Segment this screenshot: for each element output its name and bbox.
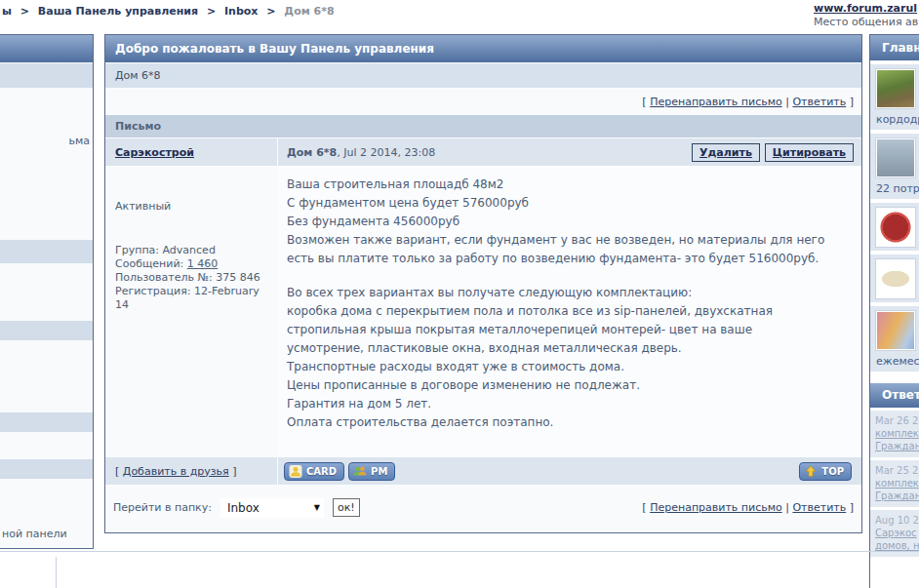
message-date: Дом 6*8, Jul 2 2014, 23:08: [287, 146, 687, 159]
reply-item: Aug 10 2 Сарэкос домов, н: [870, 510, 919, 557]
author-info-panel: Активный Группа: Advanced Сообщений: 1 4…: [105, 167, 277, 456]
breadcrumb-separator: >: [202, 5, 220, 18]
message-line: Оплата строительства делается поэтапно.: [287, 413, 832, 432]
reply-item: Mar 26 2 комплек Граждан: [870, 411, 919, 457]
message-line: Гарантия на дом 5 лет.: [287, 395, 832, 413]
sidebar-banner-item[interactable]: ежемеся: [870, 306, 919, 372]
reply-link-bottom[interactable]: Ответить: [792, 501, 846, 514]
left-sidebar-menu-item[interactable]: ьма: [68, 135, 90, 147]
left-sidebar: ьма ной панели: [0, 34, 94, 549]
left-sidebar-section-row: [0, 458, 93, 480]
left-sidebar-section-row: [0, 320, 93, 341]
profile-card-person-icon: [289, 465, 302, 478]
message-line: коробка дома с перекрытием пола и потолк…: [287, 302, 832, 358]
goto-folder-label: Перейти в папку:: [113, 501, 212, 514]
breadcrumb: ы > Ваша Панель управления > Inbox > Дом…: [2, 5, 335, 18]
banner-thumbnail-red-cluster[interactable]: [876, 208, 915, 247]
forward-letter-link-bottom[interactable]: Перенаправить письмо: [650, 501, 782, 514]
message-header-row: Сарэкострой Дом 6*8, Jul 2 2014, 23:08 У…: [105, 137, 861, 166]
bracket: [: [642, 501, 646, 514]
sidebar-replies-header: Ответь: [870, 383, 919, 408]
message-body-row: Активный Группа: Advanced Сообщений: 1 4…: [105, 166, 861, 456]
author-link[interactable]: Сарэкострой: [105, 146, 277, 159]
reply-topic-link[interactable]: комплек: [875, 427, 919, 440]
reply-topic-link[interactable]: комплек: [875, 477, 919, 490]
message-text: Ваша строительная площадб 48м2 С фундаме…: [278, 167, 861, 456]
folder-select[interactable]: Inbox ▼: [220, 498, 324, 518]
goto-folder-row: Перейти в папку: Inbox ▼ ок! [ Перенапра…: [105, 485, 861, 529]
bracket: ]: [850, 501, 854, 514]
pm-people-icon: [353, 465, 367, 478]
message-line: С фундаментом цена будет 576000руб: [287, 194, 832, 213]
panel-title: Добро пожаловать в Вашу Панель управлени…: [105, 35, 861, 62]
bracket: [: [642, 96, 646, 108]
left-sidebar-block: [0, 433, 93, 458]
pm-button-label: PM: [371, 466, 387, 477]
reply-forum-link[interactable]: Граждан: [875, 490, 919, 502]
message-line: Возможен также вариант, если фундамент у…: [287, 231, 832, 268]
bracket: [: [115, 465, 119, 478]
sidebar-banner-item[interactable]: кордодр: [870, 64, 919, 130]
up-arrow-icon: [804, 465, 818, 478]
banner-caption[interactable]: ежемеся: [876, 355, 919, 368]
banner-thumbnail-logo[interactable]: [876, 259, 915, 298]
message-line: Ваша строительная площадб 48м2: [287, 176, 832, 194]
breadcrumb-separator: >: [261, 5, 280, 18]
pm-button[interactable]: PM: [348, 462, 395, 481]
ok-button[interactable]: ок!: [333, 498, 360, 517]
banner-caption[interactable]: 22 потра: [876, 182, 919, 195]
quote-button[interactable]: Цитировать: [765, 143, 854, 162]
card-button-label: CARD: [306, 466, 337, 477]
reply-link[interactable]: Ответить: [792, 96, 846, 108]
message-footer-row: [ Добавить в друзья ] CARD PM: [105, 456, 861, 485]
page-divider-vertical: [56, 557, 57, 588]
author-group: Группа: Advanced: [115, 244, 269, 257]
sidebar-banner-item[interactable]: 22 потра: [870, 134, 919, 199]
left-sidebar-menu-item[interactable]: ной панели: [2, 528, 67, 540]
message-line: Во всех трех вариантах вы получате следу…: [287, 284, 832, 302]
author-status: Активный: [115, 200, 269, 214]
left-sidebar-block: [0, 341, 93, 412]
pipe: |: [785, 96, 789, 108]
reply-date: Mar 26 2: [875, 415, 918, 426]
bracket: ]: [232, 465, 236, 478]
card-button[interactable]: CARD: [284, 462, 344, 481]
reply-topic-link[interactable]: Сарэкос: [875, 527, 919, 539]
banner-thumbnail-building[interactable]: [876, 138, 915, 177]
author-member-no: Пользователь №: 375 846: [115, 271, 269, 285]
reply-date: Aug 10 2: [875, 515, 919, 526]
breadcrumb-forums[interactable]: ы: [2, 5, 12, 18]
top-button[interactable]: TOP: [799, 462, 852, 481]
add-friend-link[interactable]: Добавить в друзья: [123, 465, 229, 478]
banner-thumbnail-garden[interactable]: [876, 69, 915, 108]
pipe: |: [785, 501, 789, 514]
message-line: Без фундамента 456000руб: [287, 213, 832, 231]
top-actions-row: [ Перенаправить письмо | Ответить ]: [105, 88, 861, 114]
sidebar-banner-item[interactable]: [870, 203, 919, 251]
message-line: Транспортные расходы входят уже в стоимо…: [287, 358, 832, 376]
left-sidebar-section-row: [0, 412, 93, 433]
breadcrumb-current: Дом 6*8: [284, 5, 334, 18]
author-joined: Регистрация: 12-February 14: [115, 285, 269, 312]
posts-count-link[interactable]: 1 460: [187, 257, 219, 270]
reply-forum-link[interactable]: Граждан: [875, 440, 919, 452]
message-line: Цены прописанные в договоре изменению не…: [287, 376, 832, 395]
author-posts: Сообщений: 1 460: [115, 257, 269, 271]
delete-button[interactable]: Удалить: [692, 143, 760, 162]
left-sidebar-subheader: [0, 62, 93, 88]
sidebar-banner-item[interactable]: [870, 255, 919, 302]
folder-select-value: Inbox: [227, 501, 314, 515]
left-sidebar-section-row: [0, 239, 93, 264]
forward-letter-link[interactable]: Перенаправить письмо: [650, 96, 782, 108]
banner-thumbnail-people[interactable]: [876, 311, 915, 350]
message-subject-row: Дом 6*8: [105, 62, 861, 88]
bottom-actions: [ Перенаправить письмо | Ответить ]: [642, 501, 854, 514]
breadcrumb-inbox[interactable]: Inbox: [224, 5, 258, 18]
site-url-link[interactable]: www.forum.zarul: [814, 2, 919, 16]
site-info: www.forum.zarul Место общения ав: [814, 2, 919, 29]
bracket: ]: [850, 96, 854, 108]
breadcrumb-control-panel[interactable]: Ваша Панель управления: [38, 5, 198, 18]
chevron-down-icon: ▼: [314, 503, 320, 512]
banner-caption[interactable]: кордодр: [876, 113, 919, 126]
letter-section-label: Письмо: [105, 114, 861, 137]
